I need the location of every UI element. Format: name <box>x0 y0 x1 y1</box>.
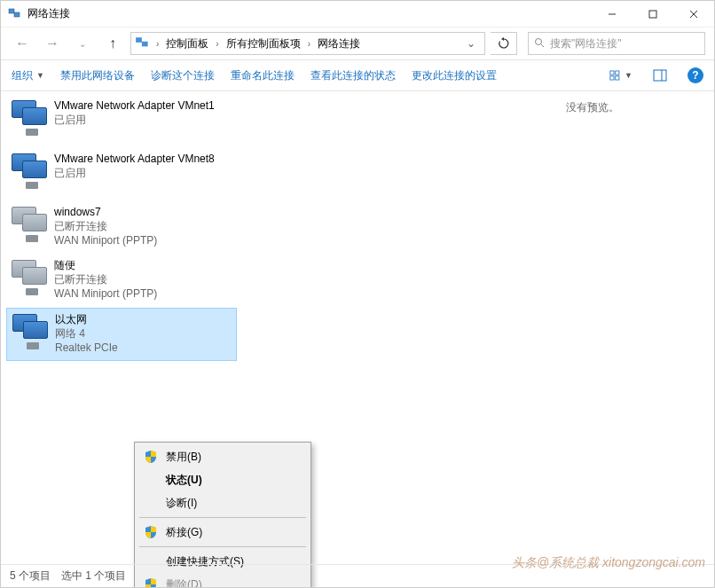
context-menu-item[interactable]: 禁用(B) <box>138 445 308 468</box>
context-menu-label: 状态(U) <box>166 473 202 488</box>
svg-rect-7 <box>142 42 148 47</box>
svg-rect-11 <box>610 76 614 80</box>
connection-name: 以太网 <box>55 312 118 326</box>
search-placeholder: 搜索"网络连接" <box>550 36 622 51</box>
search-input[interactable]: 搜索"网络连接" <box>528 32 705 55</box>
selected-count: 选中 1 个项目 <box>61 568 126 584</box>
svg-point-8 <box>536 38 542 44</box>
connection-driver: Realtek PCIe <box>55 341 118 355</box>
window-title: 网络连接 <box>28 6 592 21</box>
svg-rect-13 <box>616 76 619 80</box>
preview-pane: 没有预览。 <box>471 91 714 564</box>
connection-name: windows7 <box>54 205 157 219</box>
refresh-button[interactable] <box>491 32 517 55</box>
shield-icon <box>144 450 158 464</box>
titlebar: 网络连接 <box>1 1 714 27</box>
context-menu-item[interactable]: 状态(U) <box>138 468 308 491</box>
svg-rect-12 <box>616 71 619 74</box>
diagnose-button[interactable]: 诊断这个连接 <box>151 68 215 83</box>
network-adapter-icon <box>12 98 49 141</box>
preview-pane-button[interactable] <box>648 65 672 86</box>
toolbar: 组织▼ 禁用此网络设备 诊断这个连接 重命名此连接 查看此连接的状态 更改此连接… <box>1 59 714 91</box>
connection-status: 网络 4 <box>55 326 118 341</box>
svg-rect-1 <box>14 12 20 17</box>
breadcrumb-item[interactable]: 网络连接 <box>316 36 362 51</box>
view-options-button[interactable]: ▼ <box>609 65 632 86</box>
help-button[interactable]: ? <box>688 67 703 83</box>
svg-rect-3 <box>649 11 656 18</box>
connection-status: 已启用 <box>54 166 215 180</box>
context-menu-label: 禁用(B) <box>166 450 201 465</box>
svg-rect-0 <box>9 9 14 13</box>
svg-rect-6 <box>136 37 142 43</box>
connection-name: VMware Network Adapter VMnet1 <box>54 98 215 113</box>
context-menu-item[interactable]: 诊断(I) <box>138 491 308 514</box>
connection-name: 随便 <box>54 258 157 272</box>
connection-driver: WAN Miniport (PPTP) <box>54 233 157 247</box>
chevron-right-icon: › <box>212 39 222 49</box>
network-adapter-icon <box>12 258 49 301</box>
maximize-button[interactable] <box>632 1 673 27</box>
back-button[interactable]: ← <box>10 31 35 56</box>
window-controls <box>592 1 714 27</box>
breadcrumb-dropdown-icon[interactable]: ⌄ <box>461 37 481 50</box>
context-menu-label: 诊断(I) <box>166 496 197 511</box>
connection-item[interactable]: VMware Network Adapter VMnet1已启用 <box>6 95 237 148</box>
organize-button[interactable]: 组织▼ <box>12 68 44 83</box>
svg-line-9 <box>541 44 544 47</box>
network-adapter-icon <box>12 312 50 355</box>
search-icon <box>534 37 545 51</box>
chevron-right-icon: › <box>304 39 314 49</box>
network-adapter-icon <box>12 152 49 194</box>
connection-driver: WAN Miniport (PPTP) <box>54 286 157 301</box>
shield-icon <box>144 525 158 539</box>
item-count: 5 个项目 <box>10 568 51 584</box>
context-menu-label: 桥接(G) <box>166 525 202 540</box>
view-status-button[interactable]: 查看此连接的状态 <box>310 68 396 83</box>
connection-text: 以太网网络 4Realtek PCIe <box>55 312 118 355</box>
connection-text: VMware Network Adapter VMnet1已启用 <box>54 98 215 127</box>
connection-name: VMware Network Adapter VMnet8 <box>54 152 215 166</box>
breadcrumb-item[interactable]: 所有控制面板项 <box>224 36 302 51</box>
connection-item[interactable]: 随便已断开连接WAN Miniport (PPTP) <box>6 255 237 308</box>
breadcrumb-icon <box>135 35 151 51</box>
up-button[interactable]: ↑ <box>100 31 125 56</box>
disable-device-button[interactable]: 禁用此网络设备 <box>60 68 135 83</box>
connection-item[interactable]: windows7已断开连接WAN Miniport (PPTP) <box>6 201 237 255</box>
chevron-right-icon: › <box>153 39 162 49</box>
breadcrumb[interactable]: › 控制面板 › 所有控制面板项 › 网络连接 ⌄ <box>130 32 485 55</box>
connection-text: VMware Network Adapter VMnet8已启用 <box>54 152 215 180</box>
address-bar: ← → ⌄ ↑ › 控制面板 › 所有控制面板项 › 网络连接 ⌄ 搜索"网络连… <box>1 27 714 59</box>
connection-status: 已启用 <box>54 113 215 127</box>
connection-text: windows7已断开连接WAN Miniport (PPTP) <box>54 205 157 247</box>
close-button[interactable] <box>673 1 714 27</box>
network-adapter-icon <box>12 205 49 247</box>
connection-text: 随便已断开连接WAN Miniport (PPTP) <box>54 258 157 301</box>
context-menu-item[interactable]: 桥接(G) <box>138 521 308 544</box>
preview-empty-text: 没有预览。 <box>566 101 619 114</box>
breadcrumb-item[interactable]: 控制面板 <box>164 36 210 51</box>
connection-status: 已断开连接 <box>54 219 157 233</box>
minimize-button[interactable] <box>592 1 632 27</box>
content-area: VMware Network Adapter VMnet1已启用VMware N… <box>1 91 714 564</box>
context-menu-separator <box>139 517 306 518</box>
change-settings-button[interactable]: 更改此连接的设置 <box>412 68 497 83</box>
svg-rect-10 <box>610 71 614 74</box>
recent-dropdown-icon[interactable]: ⌄ <box>70 31 95 56</box>
rename-button[interactable]: 重命名此连接 <box>231 68 295 83</box>
app-icon <box>8 7 22 21</box>
forward-button[interactable]: → <box>40 31 65 56</box>
connection-status: 已断开连接 <box>54 272 157 286</box>
svg-rect-14 <box>654 70 666 81</box>
connection-item[interactable]: VMware Network Adapter VMnet8已启用 <box>6 148 237 201</box>
connection-item[interactable]: 以太网网络 4Realtek PCIe <box>6 308 237 361</box>
chevron-down-icon: ▼ <box>36 71 44 80</box>
context-menu-separator <box>139 546 306 547</box>
watermark: 头条@系统总裁 xitongzongcai.com <box>512 555 705 571</box>
